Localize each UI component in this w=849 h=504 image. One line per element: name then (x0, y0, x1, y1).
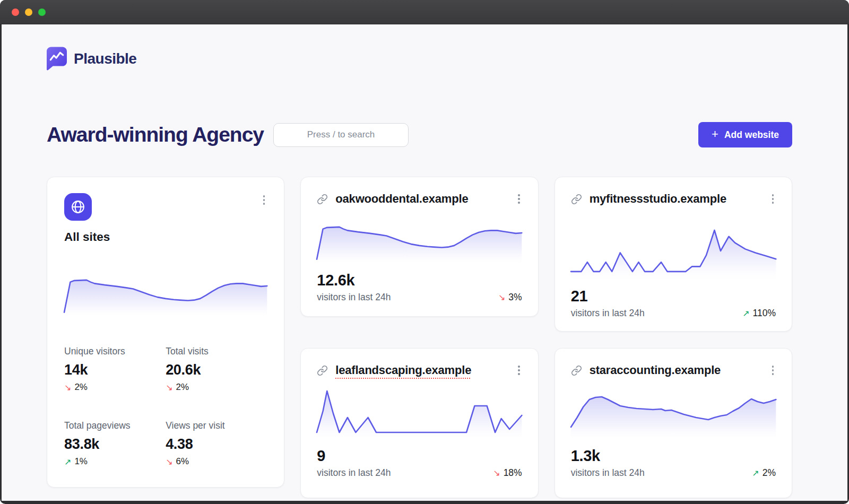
close-window-button[interactable] (12, 8, 19, 16)
trend-arrow-icon: ↘ (166, 457, 172, 467)
trend-arrow-icon: ↗ (742, 308, 749, 318)
link-icon (317, 365, 328, 376)
brand-logo: Plausible (47, 47, 792, 71)
link-icon (571, 365, 582, 376)
change-badge: ↗ 110% (742, 308, 776, 319)
sites-grid: All sites Unique visitors 14k ↘ 2% (47, 177, 792, 498)
visitors-caption: visitors in last 24h (571, 308, 645, 319)
globe-tile (64, 193, 92, 221)
site-domain: myfitnessstudio.example (590, 192, 763, 206)
brand-name: Plausible (74, 50, 136, 67)
stat-change-badge: ↘ 6% (166, 456, 267, 467)
trend-arrow-icon: ↘ (166, 383, 172, 393)
stat-total-visits: Total visits 20.6k ↘ 2% (166, 346, 267, 393)
link-icon (317, 194, 328, 205)
site-card-leaflandscaping[interactable]: leaflandscaping.example 9 visitors in la… (300, 348, 538, 498)
visitors-caption: visitors in last 24h (317, 467, 391, 479)
site-domain: staraccounting.example (590, 363, 763, 377)
visitors-caption: visitors in last 24h (571, 467, 645, 479)
sparkline-chart (317, 214, 522, 263)
add-website-label: Add website (724, 129, 779, 141)
main-content: Plausible Award-winning Agency + Add web… (2, 24, 847, 501)
stat-unique-visitors: Unique visitors 14k ↘ 2% (64, 346, 166, 393)
all-sites-sparkline-chart (64, 267, 267, 316)
all-sites-title: All sites (64, 230, 267, 244)
change-badge: ↘ 18% (493, 467, 522, 479)
sparkline-chart (571, 216, 776, 279)
site-domain: leaflandscaping.example (335, 363, 508, 377)
all-sites-card[interactable]: All sites Unique visitors 14k ↘ 2% (47, 177, 284, 488)
change-badge: ↘ 3% (498, 292, 522, 303)
site-kebab-menu[interactable] (770, 192, 776, 206)
stat-change-badge: ↗ 1% (64, 456, 166, 467)
zoom-window-button[interactable] (38, 8, 46, 16)
site-kebab-menu[interactable] (770, 363, 776, 377)
visitors-value: 9 (317, 447, 522, 465)
search-input[interactable] (273, 123, 409, 147)
site-card-myfitnessstudio[interactable]: myfitnessstudio.example 21 visitors in l… (555, 177, 792, 332)
plus-icon: + (712, 128, 718, 140)
visitors-value: 12.6k (317, 272, 522, 289)
stat-change-badge: ↘ 2% (64, 382, 166, 393)
visitors-value: 1.3k (571, 447, 776, 465)
globe-icon (71, 199, 85, 214)
all-sites-kebab-menu[interactable] (261, 193, 267, 207)
site-kebab-menu[interactable] (516, 363, 522, 377)
visitors-caption: visitors in last 24h (317, 292, 391, 303)
trend-arrow-icon: ↗ (752, 468, 759, 478)
window-titlebar (0, 0, 849, 24)
site-card-oakwooddental[interactable]: oakwooddental.example 12.6k visitors in … (300, 177, 538, 317)
stat-views-per-visit: Views per visit 4.38 ↘ 6% (166, 420, 267, 467)
site-kebab-menu[interactable] (516, 192, 522, 206)
minimize-window-button[interactable] (25, 8, 32, 16)
trend-arrow-icon: ↘ (64, 383, 71, 393)
trend-arrow-icon: ↘ (493, 468, 500, 478)
page-title: Award-winning Agency (47, 123, 264, 146)
stat-change-badge: ↘ 2% (166, 382, 267, 393)
trend-arrow-icon: ↗ (64, 457, 71, 467)
app-window: Plausible Award-winning Agency + Add web… (0, 0, 849, 504)
sparkline-chart (317, 386, 522, 439)
all-sites-stats: Unique visitors 14k ↘ 2% Total visits 20… (64, 346, 267, 467)
plausible-logo-icon (47, 47, 67, 71)
change-badge: ↗ 2% (752, 467, 776, 479)
site-card-staraccounting[interactable]: staraccounting.example 1.3k visitors in … (555, 348, 792, 498)
add-website-button[interactable]: + Add website (698, 122, 792, 147)
sparkline-chart (571, 386, 776, 439)
trend-arrow-icon: ↘ (498, 292, 505, 302)
stat-total-pageviews: Total pageviews 83.8k ↗ 1% (64, 420, 166, 467)
link-icon (571, 194, 582, 205)
site-domain: oakwooddental.example (335, 192, 508, 206)
visitors-value: 21 (571, 288, 776, 305)
